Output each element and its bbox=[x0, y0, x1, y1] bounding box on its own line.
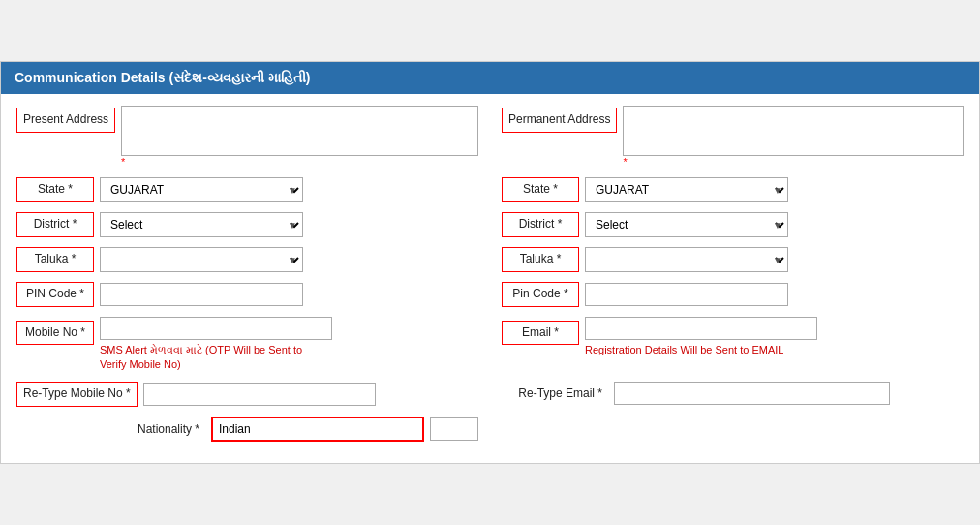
state-left-select[interactable]: GUJARAT bbox=[100, 177, 303, 202]
nationality-label: Nationality * bbox=[128, 418, 205, 440]
email-input[interactable] bbox=[585, 317, 817, 340]
state-row: State * GUJARAT State * GUJARAT bbox=[16, 177, 964, 202]
mobile-email-row: Mobile No * SMS Alert મેળવવા માટે (OTP W… bbox=[16, 317, 964, 373]
district-right-col: District * Select bbox=[502, 212, 964, 237]
nationality-col: Nationality * bbox=[16, 417, 478, 442]
state-left-select-wrapper: GUJARAT bbox=[100, 177, 303, 202]
retype-email-col: Re-Type Email * bbox=[502, 382, 964, 405]
taluka-left-select-wrapper bbox=[100, 247, 303, 272]
district-left-select-wrapper: Select bbox=[100, 212, 303, 237]
state-right-select-wrapper: GUJARAT bbox=[585, 177, 788, 202]
retype-mobile-input[interactable] bbox=[143, 383, 376, 406]
taluka-right-select-wrapper bbox=[585, 247, 788, 272]
mobile-input-wrap: SMS Alert મેળવવા માટે (OTP Will be Sent … bbox=[100, 317, 332, 373]
district-left-label: District * bbox=[16, 212, 94, 237]
permanent-address-label: Permanent Address bbox=[502, 108, 617, 133]
address-row: Present Address * Permanent Address * bbox=[16, 106, 964, 168]
state-right-label: State * bbox=[502, 177, 579, 202]
nationality-input[interactable] bbox=[211, 417, 424, 442]
email-col: Email * Registration Details Will be Sen… bbox=[502, 317, 964, 357]
pincode-right-label: Pin Code * bbox=[502, 282, 579, 307]
retype-email-input[interactable] bbox=[614, 382, 890, 405]
pincode-left-input[interactable] bbox=[100, 283, 303, 306]
mobile-col: Mobile No * SMS Alert મેળવવા માટે (OTP W… bbox=[16, 317, 478, 373]
email-hint: Registration Details Will be Sent to EMA… bbox=[585, 343, 817, 357]
permanent-address-input[interactable] bbox=[623, 106, 964, 156]
state-left-col: State * GUJARAT bbox=[16, 177, 478, 202]
district-left-col: District * Select bbox=[16, 212, 478, 237]
district-right-select-wrapper: Select bbox=[585, 212, 788, 237]
taluka-left-label: Taluka * bbox=[16, 247, 94, 272]
state-right-col: State * GUJARAT bbox=[502, 177, 964, 202]
permanent-address-input-wrap: * bbox=[623, 106, 964, 168]
permanent-address-col: Permanent Address * bbox=[502, 106, 964, 168]
state-left-label: State * bbox=[16, 177, 94, 202]
pincode-row: PIN Code * Pin Code * bbox=[16, 282, 964, 307]
mobile-label: Mobile No * bbox=[16, 321, 94, 346]
email-input-wrap: Registration Details Will be Sent to EMA… bbox=[585, 317, 817, 357]
present-address-input[interactable] bbox=[121, 106, 478, 156]
taluka-row: Taluka * Taluka * bbox=[16, 247, 964, 272]
retype-mobile-label: Re-Type Mobile No * bbox=[16, 382, 138, 407]
taluka-left-select[interactable] bbox=[100, 247, 303, 272]
district-right-label: District * bbox=[502, 212, 579, 237]
pincode-left-label: PIN Code * bbox=[16, 282, 94, 307]
pincode-right-input[interactable] bbox=[585, 283, 788, 306]
present-address-label: Present Address bbox=[16, 108, 115, 133]
form-title: Communication Details (સંદેશ-વ્યવહારની મ… bbox=[15, 70, 310, 85]
pincode-right-col: Pin Code * bbox=[502, 282, 964, 307]
taluka-right-col: Taluka * bbox=[502, 247, 964, 272]
taluka-left-col: Taluka * bbox=[16, 247, 478, 272]
pincode-left-col: PIN Code * bbox=[16, 282, 478, 307]
form-header: Communication Details (સંદેશ-વ્યવહારની મ… bbox=[1, 62, 979, 94]
mobile-input[interactable] bbox=[100, 317, 332, 340]
taluka-right-label: Taluka * bbox=[502, 247, 579, 272]
nationality-row: Nationality * bbox=[16, 417, 964, 442]
sms-hint: SMS Alert મેળવવા માટે (OTP Will be Sent … bbox=[100, 343, 313, 373]
form-body: Present Address * Permanent Address * St… bbox=[1, 94, 979, 463]
district-left-select[interactable]: Select bbox=[100, 212, 303, 237]
district-row: District * Select District * Select bbox=[16, 212, 964, 237]
retype-row: Re-Type Mobile No * Re-Type Email * bbox=[16, 382, 964, 407]
communication-details-form: Communication Details (સંદેશ-વ્યવહારની મ… bbox=[0, 61, 980, 464]
retype-mobile-col: Re-Type Mobile No * bbox=[16, 382, 478, 407]
nationality-extra-input[interactable] bbox=[430, 417, 478, 441]
present-address-col: Present Address * bbox=[16, 106, 478, 168]
email-label: Email * bbox=[502, 321, 579, 346]
state-right-select[interactable]: GUJARAT bbox=[585, 177, 788, 202]
retype-email-label: Re-Type Email * bbox=[502, 383, 608, 404]
present-address-input-wrap: * bbox=[121, 106, 478, 168]
taluka-right-select[interactable] bbox=[585, 247, 788, 272]
district-right-select[interactable]: Select bbox=[585, 212, 788, 237]
